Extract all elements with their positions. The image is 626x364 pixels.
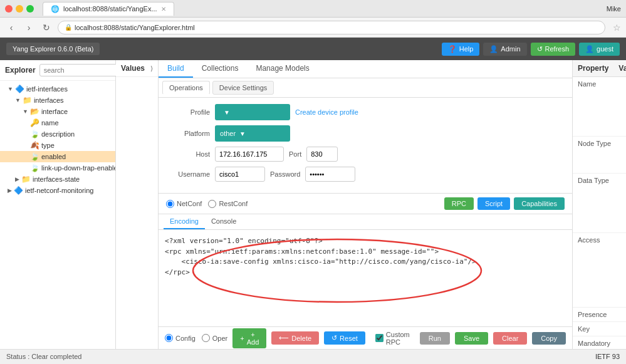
values-panel: Values ⟩ [116,60,159,349]
tree-item-ietf-netconf[interactable]: ▶ 🔷 ietf-netconf-monitoring [0,185,115,196]
reset-btn[interactable]: ↺ Reset [324,331,365,345]
host-input[interactable] [215,147,284,162]
values-title: Values [121,64,145,73]
profile-select[interactable]: ▼ [215,104,290,120]
oper-radio-label[interactable]: Oper [202,334,227,342]
clear-btn[interactable]: Clear [493,332,527,345]
delete-btn[interactable]: ⟵ Delete [271,331,319,345]
help-btn[interactable]: ❓ Help [442,43,480,56]
platform-label: Platform [166,130,210,137]
prop-row-mandatory: Mandatory [573,336,626,349]
delete-icon: ⟵ [279,334,289,342]
tab-manage-models[interactable]: Manage Models [247,60,318,78]
maximize-dot[interactable] [26,5,34,13]
explorer-title: Explorer [5,66,36,75]
restconf-radio[interactable] [208,200,216,208]
tree-item-link-up-down[interactable]: 🍃 link-up-down-trap-enable [0,162,115,174]
tab-build[interactable]: Build [159,60,193,78]
custom-rpc-checkbox-label[interactable]: Custom RPC [375,331,410,346]
create-profile-link[interactable]: Create device profile [295,108,358,116]
custom-rpc-label: Custom RPC [386,331,410,346]
host-row: Host Port [166,147,565,162]
config-radio[interactable] [165,334,173,342]
username-label: Username [166,170,210,178]
tab-collections[interactable]: Collections [193,60,248,78]
encoding-tabs: Encoding Console [159,214,572,230]
url-bar[interactable]: 🔒 localhost:8088/static/YangExplorer.htm… [58,21,605,34]
oper-radio[interactable] [202,334,210,342]
tree-item-type[interactable]: 🍂 type [0,140,115,151]
enc-tab-console[interactable]: Console [205,214,243,229]
tree-item-enabled[interactable]: 🍃 enabled [0,151,115,162]
tree-arrow-icon: ▼ [23,108,28,115]
guest-icon: 👤 [585,45,594,53]
tree-label: interfaces [34,96,64,104]
browser-tab[interactable]: 🌐 localhost:8088/static/YangEx... ✕ [43,2,174,16]
platform-select[interactable]: other ▼ [215,125,290,142]
tab-close-btn[interactable]: ✕ [161,6,166,13]
close-dot[interactable] [5,5,13,13]
run-btn[interactable]: Run [420,332,450,345]
reload-btn[interactable]: ↻ [40,21,53,34]
username-row: Username Password [166,167,565,182]
refresh-btn[interactable]: ↺ Refresh [531,43,576,56]
prop-key-nodetype: Node Type [573,137,623,173]
custom-rpc-checkbox[interactable] [375,334,383,342]
tab-favicon: 🌐 [51,5,60,13]
password-input[interactable] [305,167,355,182]
rpc-btn[interactable]: RPC [444,197,474,210]
tree-label: type [41,142,55,149]
property-panel: Property Value Name enabled Node Type le… [572,60,626,349]
port-label: Port [289,150,301,158]
prop-key-presence: Presence [573,308,623,321]
minimize-dot[interactable] [16,5,23,13]
restconf-label: RestConf [219,200,248,207]
config-radio-label[interactable]: Config [165,334,196,342]
tab-operations[interactable]: Operations [162,81,210,95]
property-col-header: Property [573,60,613,76]
tree-label: link-up-down-trap-enable [41,164,115,172]
tab-device-settings[interactable]: Device Settings [212,81,274,95]
tree-label: name [41,119,59,127]
save-btn[interactable]: Save [455,332,488,345]
prop-val-nodetype: leaf [623,137,626,173]
refresh-icon: ↺ [537,45,543,53]
leaf-icon: 🍃 [30,164,39,172]
enc-tab-encoding[interactable]: Encoding [164,214,205,229]
tree-arrow-icon: ▼ [8,86,13,92]
tree-item-ietf-interfaces[interactable]: ▼ 🔷 ietf-interfaces [0,83,115,95]
add-icon: + [240,335,244,342]
guest-btn[interactable]: 👤 guest [579,43,620,56]
collapse-btn[interactable]: ⟩ [150,65,153,72]
netconf-radio-label[interactable]: NetConf [166,200,202,208]
forward-btn[interactable]: › [23,21,35,34]
username-input[interactable] [215,167,265,182]
copy-btn[interactable]: Copy [532,332,566,345]
code-area[interactable]: <?xml version="1.0" encoding="utf-8"?> <… [159,230,572,326]
app-header: Yang Explorer 0.6.0 (Beta) ❓ Help 👤 Admi… [0,38,626,60]
restconf-radio-label[interactable]: RestConf [208,200,248,208]
tree-item-name[interactable]: 🔑 name [0,117,115,128]
rpc-row: NetConf RestConf RPC Script Capabilities [159,194,572,214]
port-input[interactable] [306,147,338,162]
prop-row-access: Access read-write [573,233,626,308]
capabilities-btn[interactable]: Capabilities [514,197,565,210]
tree-item-description[interactable]: 🍃 description [0,128,115,140]
window-controls[interactable] [5,5,34,13]
admin-btn[interactable]: 👤 Admin [483,43,526,56]
tree-label: interface [41,108,68,115]
profile-row: Profile ▼ Create device profile [166,104,565,120]
back-btn[interactable]: ‹ [5,21,18,34]
add-btn[interactable]: + + Add [232,328,266,348]
tree-item-interfaces[interactable]: ▼ 📁 interfaces [0,95,115,106]
main-tabs-bar: Build Collections Manage Models [159,60,572,78]
chevron-down-icon: ▼ [239,130,246,137]
tree-item-interfaces-state[interactable]: ▶ 📁 interfaces-state [0,174,115,185]
tree-label: description [41,130,75,138]
leaf-icon: 🍃 [30,130,39,138]
netconf-radio[interactable] [166,200,174,208]
tree-item-interface[interactable]: ▼ 📂 interface [0,106,115,117]
xml-code: <?xml version="1.0" encoding="utf-8"?> <… [165,236,566,278]
script-btn[interactable]: Script [477,197,510,210]
bookmark-icon[interactable]: ☆ [613,23,621,33]
